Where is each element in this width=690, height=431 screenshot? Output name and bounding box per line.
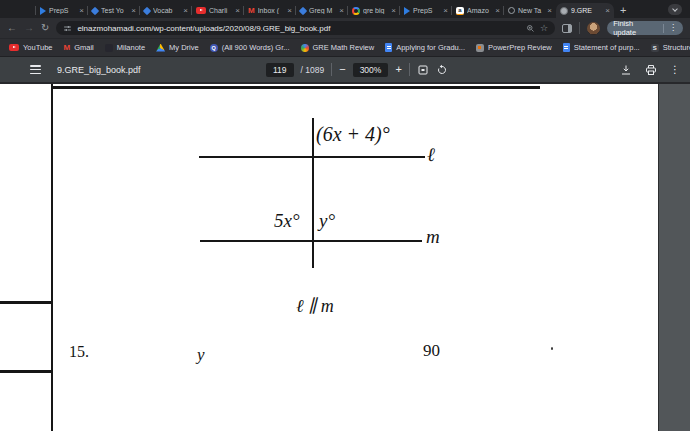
- print-icon[interactable]: [645, 64, 657, 76]
- bookmark-structure-magic[interactable]: S Structure is Magic...: [651, 43, 690, 52]
- tab-search-button[interactable]: [668, 4, 682, 15]
- tab-inbox[interactable]: M Inbox ( ×: [244, 3, 296, 18]
- bookmark-youtube[interactable]: YouTube: [9, 43, 52, 52]
- pdf-more-icon[interactable]: ⋮: [670, 65, 680, 75]
- google-icon: [352, 7, 360, 15]
- tab-new-tab[interactable]: New Ta ×: [504, 3, 556, 18]
- close-icon[interactable]: ×: [79, 7, 84, 15]
- newtab-icon: [508, 7, 515, 14]
- fit-page-icon[interactable]: [417, 64, 429, 76]
- zoom-page-icon[interactable]: [526, 24, 535, 33]
- bookmarks-bar: YouTube M Gmail Milanote My Drive Q (All…: [0, 38, 690, 56]
- quizlet-icon: Q: [210, 44, 218, 52]
- bookmark-label: PowerPrep Review: [488, 43, 552, 52]
- tab-amazon[interactable]: a Amazo ×: [452, 3, 504, 18]
- doc-icon: [385, 43, 392, 52]
- finish-update-button[interactable]: Finish update ⋮: [607, 21, 683, 35]
- pdf-action-buttons: ⋮: [620, 57, 680, 82]
- close-icon[interactable]: ×: [495, 7, 500, 15]
- close-icon[interactable]: ×: [131, 7, 136, 15]
- side-panel-icon[interactable]: [562, 24, 572, 33]
- milanote-icon: [105, 44, 113, 52]
- pdf-title: 9.GRE_big_book.pdf: [57, 65, 141, 75]
- pdf-toolbar: 9.GRE_big_book.pdf 119 / 1089 − 300% + ⋮: [0, 56, 690, 82]
- download-icon[interactable]: [620, 64, 632, 76]
- bookmark-label: My Drive: [169, 43, 199, 52]
- tab-strip: PrepS × Test Yo × Vocab × Charli × M Inb…: [0, 0, 690, 18]
- doc-icon: [563, 43, 570, 52]
- close-icon[interactable]: ×: [339, 7, 344, 15]
- bookmark-statement-purpose[interactable]: Statement of purp...: [563, 43, 640, 52]
- back-button[interactable]: ←: [7, 23, 17, 33]
- youtube-icon: [196, 7, 206, 14]
- close-icon[interactable]: ×: [183, 7, 188, 15]
- close-icon[interactable]: ×: [443, 7, 448, 15]
- tab-prepscholar-1[interactable]: PrepS ×: [36, 3, 88, 18]
- page-number-input[interactable]: 119: [266, 63, 294, 77]
- blue-app-icon: [299, 6, 307, 14]
- close-icon[interactable]: ×: [235, 7, 240, 15]
- tab-charli[interactable]: Charli ×: [192, 3, 244, 18]
- omnibox[interactable]: elnazmohamadi.com/wp-content/uploads/202…: [56, 21, 555, 35]
- browser-menu-icon[interactable]: ⋮: [669, 24, 677, 32]
- close-icon[interactable]: ×: [391, 7, 396, 15]
- bookmark-my-drive[interactable]: My Drive: [156, 43, 199, 52]
- pill-divider: [663, 24, 664, 33]
- gmail-icon: M: [248, 6, 255, 15]
- tab-label: gre big: [363, 7, 388, 14]
- tab-prepscholar-2[interactable]: PrepS ×: [400, 3, 452, 18]
- line-l-label: ℓ: [427, 144, 435, 166]
- new-tab-button[interactable]: +: [620, 4, 626, 16]
- table-left-rule-upper: [0, 301, 53, 304]
- line-m-label: m: [426, 226, 440, 248]
- tab-label: PrepS: [49, 7, 76, 14]
- tab-test-yourself[interactable]: Test Yo ×: [88, 3, 140, 18]
- page-total: / 1089: [301, 65, 325, 75]
- bookmark-label: Gmail: [74, 43, 94, 52]
- tab-greg-mat[interactable]: Greg M ×: [296, 3, 348, 18]
- close-icon[interactable]: ×: [547, 7, 552, 15]
- chevron-down-icon: [672, 6, 678, 12]
- drive-icon: [156, 44, 165, 52]
- toolbar-separator: [409, 63, 410, 76]
- site-info-icon[interactable]: [63, 24, 72, 33]
- tab-label: Amazo: [467, 7, 492, 14]
- reload-button[interactable]: ↻: [41, 23, 49, 33]
- forward-button[interactable]: →: [24, 23, 34, 33]
- table-top-rule: [52, 86, 540, 89]
- profile-avatar[interactable]: [587, 22, 600, 35]
- address-bar: ← → ↻ elnazmohamadi.com/wp-content/uploa…: [0, 18, 690, 38]
- angle-label-left: 5x°: [274, 210, 300, 232]
- rotate-icon[interactable]: [436, 64, 448, 76]
- zoom-level[interactable]: 300%: [353, 63, 389, 77]
- angle-label-top: (6x + 4)°: [316, 123, 390, 146]
- bookmark-milanote[interactable]: Milanote: [105, 43, 145, 52]
- scan-artifact-dot: [551, 347, 553, 350]
- bookmark-label: Applying for Gradu...: [396, 43, 465, 52]
- bookmark-applying-grad[interactable]: Applying for Gradu...: [385, 43, 465, 52]
- angle-label-right: y°: [319, 210, 335, 232]
- bookmark-label: GRE Math Review: [313, 43, 375, 52]
- figure-line-l: [199, 156, 425, 158]
- tab-gre-big-book-active[interactable]: 9.GRE ×: [556, 3, 614, 18]
- tab-vocab[interactable]: Vocab ×: [140, 3, 192, 18]
- bookmark-star-icon[interactable]: ☆: [540, 24, 548, 33]
- prepscholar-icon: [404, 7, 410, 15]
- bookmark-gre-math-review[interactable]: GRE Math Review: [301, 43, 375, 52]
- zoom-in-button[interactable]: +: [395, 64, 401, 75]
- close-icon[interactable]: ×: [605, 7, 610, 15]
- tab-label: Greg M: [309, 7, 336, 14]
- structure-icon: S: [651, 44, 659, 52]
- toolbar-separator: [331, 63, 332, 76]
- gmail-icon: M: [63, 43, 70, 52]
- pdf-page-content[interactable]: (6x + 4)° ℓ 5x° y° m ℓ ∥ m 15. y 90: [0, 82, 690, 431]
- tab-gre-big-search[interactable]: gre big ×: [348, 3, 400, 18]
- zoom-out-button[interactable]: −: [339, 64, 345, 75]
- blue-app-icon: [91, 6, 99, 14]
- bookmark-900-words[interactable]: Q (All 900 Words) Gr...: [210, 43, 290, 52]
- close-icon[interactable]: ×: [287, 7, 292, 15]
- bookmark-label: Structure is Magic...: [663, 43, 690, 52]
- pdf-menu-icon[interactable]: [30, 65, 41, 74]
- bookmark-gmail[interactable]: M Gmail: [63, 43, 93, 52]
- bookmark-powerprep-review[interactable]: PowerPrep Review: [476, 43, 552, 52]
